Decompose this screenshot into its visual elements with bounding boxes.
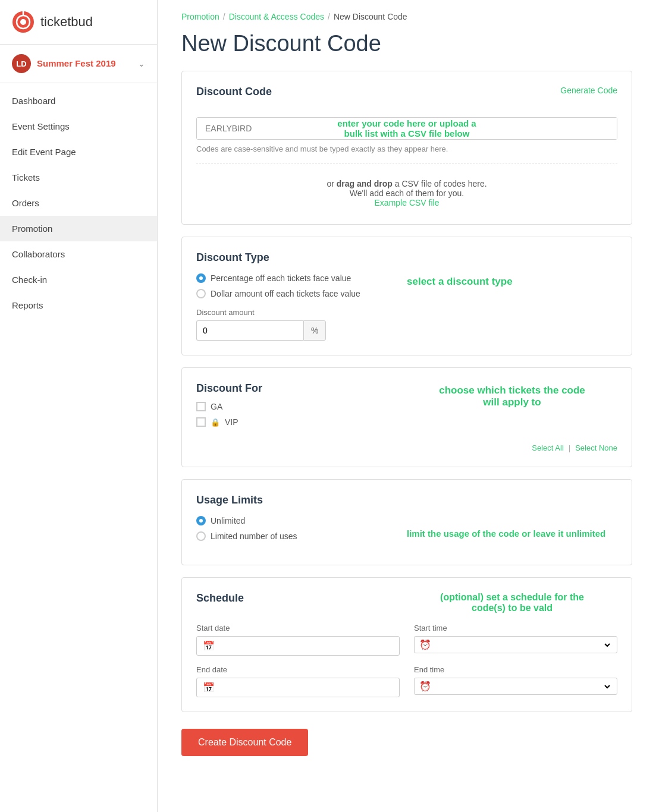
discount-code-input[interactable] [197,118,617,139]
code-input-row: enter your code here or upload a bulk li… [196,117,617,140]
start-time-label: Start time [414,624,617,632]
breadcrumb-sep-2: / [328,12,330,21]
sidebar-item-orders[interactable]: Orders [0,190,157,216]
discount-code-header: Discount Code Generate Code [196,86,617,108]
discount-type-percentage[interactable]: Percentage off each tickets face value [196,273,407,283]
breadcrumb-promotion-link[interactable]: Promotion [181,12,219,21]
radio-unlimited-icon [196,516,206,525]
start-time-select[interactable] [436,640,612,650]
usage-limited-option[interactable]: Limited number of uses [196,531,407,541]
sidebar-item-promotion[interactable]: Promotion [0,216,157,241]
schedule-hint: (optional) set a schedule for the code(s… [440,592,584,613]
main-content: Promotion / Discount & Access Codes / Ne… [158,0,656,812]
start-date-input[interactable] [219,641,393,651]
schedule-hint-line1: (optional) set a schedule for the [440,592,584,602]
sidebar-item-reports[interactable]: Reports [0,292,157,318]
discount-amount-field: Discount amount % [196,308,617,341]
breadcrumb-access-codes-link[interactable]: Discount & Access Codes [229,12,324,21]
select-separator: | [569,443,570,452]
sidebar: ticketbud LD Summer Fest 2019 ⌄ Dashboar… [0,0,158,812]
select-all-link[interactable]: Select All [532,443,563,452]
end-time-select[interactable] [436,681,612,692]
card-divider [196,163,617,163]
usage-limited-label: Limited number of uses [211,531,297,541]
sidebar-item-event-settings[interactable]: Event Settings [0,114,157,139]
avatar: LD [12,54,31,73]
select-none-link[interactable]: Select None [575,443,617,452]
discount-for-hint-line1: choose which tickets the code [439,385,585,396]
checkbox-ga-icon [196,402,206,411]
discount-for-card: Discount For GA 🔒 VIP choose [181,367,632,467]
usage-radio-group: Unlimited Limited number of uses [196,516,407,541]
end-date-input[interactable] [219,683,393,693]
create-discount-code-button[interactable]: Create Discount Code [181,729,308,756]
discount-type-dollar[interactable]: Dollar amount off each tickets face valu… [196,289,407,298]
usage-hint: limit the usage of the code or leave it … [407,528,605,539]
sidebar-item-tickets[interactable]: Tickets [0,165,157,190]
schedule-card: Schedule (optional) set a schedule for t… [181,577,632,712]
discount-type-hint: select a discount type [407,276,513,288]
end-date-label: End date [196,665,400,674]
discount-for-hint-line2: will apply to [483,396,541,408]
radio-percentage-icon [196,273,206,283]
ticket-ga-label: GA [211,402,222,411]
csv-example-link[interactable]: Example CSV file [375,198,440,207]
start-time-input-row: ⏰ [414,636,617,653]
start-date-calendar-icon: 📅 [203,640,215,652]
breadcrumb-current: New Discount Code [334,12,407,21]
page-title: New Discount Code [181,31,632,56]
end-time-input-row: ⏰ [414,678,617,695]
end-time-label: End time [414,665,617,674]
breadcrumb: Promotion / Discount & Access Codes / Ne… [181,12,632,21]
amount-label: Discount amount [196,308,617,317]
end-time-field: End time ⏰ [414,665,617,697]
sidebar-item-collaborators[interactable]: Collaborators [0,241,157,267]
sidebar-item-edit-event-page[interactable]: Edit Event Page [0,139,157,165]
lock-icon: 🔒 [211,418,220,427]
event-switcher[interactable]: LD Summer Fest 2019 ⌄ [0,45,157,83]
usage-unlimited-label: Unlimited [211,516,245,525]
ticket-vip-option[interactable]: 🔒 VIP [196,417,407,427]
end-date-field: End date 📅 [196,665,400,697]
code-case-hint: Codes are case-sensitive and must be typ… [196,144,617,153]
csv-text2: We'll add each of them for you. [196,188,617,198]
csv-text1: or drag and drop a CSV file of codes her… [196,179,617,188]
chevron-down-icon: ⌄ [138,59,145,68]
radio-limited-icon [196,531,206,541]
start-time-field: Start time ⏰ [414,624,617,656]
breadcrumb-sep-1: / [223,12,225,21]
ticketbud-logo-icon [12,11,34,33]
radio-dollar-label: Dollar amount off each tickets face valu… [211,289,360,298]
discount-type-radio-group: Percentage off each tickets face value D… [196,273,407,298]
ticket-ga-option[interactable]: GA [196,402,407,411]
start-date-input-row: 📅 [196,636,400,656]
sidebar-navigation: Dashboard Event Settings Edit Event Page… [0,83,157,323]
end-time-clock-icon: ⏰ [419,681,431,692]
usage-unlimited-option[interactable]: Unlimited [196,516,407,525]
start-time-clock-icon: ⏰ [419,639,431,650]
event-name: Summer Fest 2019 [37,58,138,69]
csv-drop-zone[interactable]: or drag and drop a CSV file of codes her… [196,173,617,210]
amount-input-row: % [196,320,617,341]
svg-point-2 [20,19,26,25]
discount-code-section-title: Discount Code [196,86,272,98]
discount-for-hint: choose which tickets the code will apply… [439,385,585,408]
sidebar-logo-area: ticketbud [0,0,157,44]
generate-code-link[interactable]: Generate Code [560,86,617,95]
usage-options-row: Unlimited Limited number of uses limit t… [196,516,617,550]
ticket-vip-label: VIP [225,417,238,427]
radio-dollar-icon [196,289,206,298]
end-date-input-row: 📅 [196,678,400,697]
radio-percentage-label: Percentage off each tickets face value [211,273,351,283]
schedule-section-title: Schedule [196,592,407,605]
sidebar-item-checkin[interactable]: Check-in [0,267,157,292]
checkbox-vip-icon [196,417,206,427]
sidebar-item-dashboard[interactable]: Dashboard [0,88,157,114]
start-date-field: Start date 📅 [196,624,400,656]
discount-for-checkbox-group: GA 🔒 VIP [196,402,407,427]
schedule-hint-line2: code(s) to be vald [472,603,553,613]
usage-limits-section-title: Usage Limits [196,494,617,506]
usage-limits-card: Usage Limits Unlimited Limited number of… [181,479,632,565]
discount-amount-input[interactable] [196,320,303,341]
select-links-row: Select All | Select None [196,443,617,452]
